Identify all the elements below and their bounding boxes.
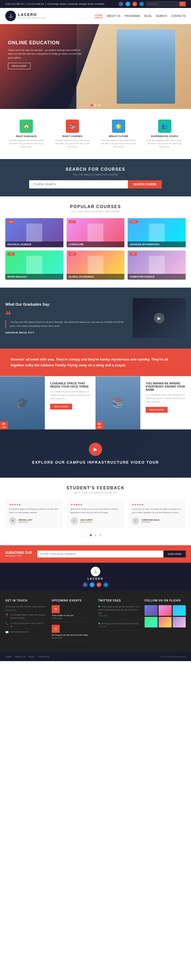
course-advance-mathematics[interactable]: NEW ADVANCE MATHEMATICS <box>127 218 186 247</box>
feedback-section: STUDENT'S FEEDBACK WHY OUR STUDENTS LOVE… <box>0 478 191 545</box>
course-search-button[interactable]: SEARCH COURSE <box>128 180 162 188</box>
footer-twitter-feed: TWITTER FEED 🐦 They made us go up the ro… <box>98 599 139 644</box>
popular-courses-header: POPULAR COURSES ALL THE TOP COURSES WE O… <box>5 204 186 213</box>
guidance-title: RIGHT GUIDANCE <box>8 135 45 138</box>
campus-content: ▶ EXPLORE OUR CAMPUS INFRASTRUCTURE VIDE… <box>5 443 186 465</box>
testimonial-section: What Our Graduates Say: ❝ "You bar your … <box>0 288 191 348</box>
dot-1[interactable] <box>91 104 93 106</box>
footer-flickr: FOLLOW US ON FLICKR <box>145 599 186 644</box>
twitter-icon[interactable]: t <box>126 2 130 6</box>
graduation-quote-text: Groovin' all week with you. They're cree… <box>11 356 180 368</box>
footer-flickr-title: FOLLOW US ON FLICKR <box>145 599 186 602</box>
top-search-form: 🔍 <box>146 2 186 6</box>
graduation-quote-section: Groovin' all week with you. They're cree… <box>0 348 191 376</box>
newsletter-subscribe-button[interactable]: SUBSCRIBE <box>163 550 186 557</box>
course-overlay-5: GLOBAL ECONOMICS <box>67 274 125 280</box>
blog-text-1: On a neighborly day in this beautyhood a… <box>50 390 90 400</box>
top-search-button[interactable]: 🔍 <box>180 2 186 6</box>
author-name-3: CHRISTIAN BALE <box>142 519 159 521</box>
logo-subtitle: EDUCATION MARKETING <box>18 17 45 19</box>
tweet-1: 🐦 They made us go up the road note. I 2 … <box>98 605 139 619</box>
course-name-4: MICRO BIOLOGY <box>8 275 61 278</box>
feature-courses: 📚 RIGHT COURSES Friendly neighbors there… <box>51 117 94 151</box>
author-info-3: CHRISTIAN BALE MANAGER <box>142 519 159 523</box>
flickr-item-4[interactable] <box>145 617 158 627</box>
dot-2[interactable] <box>94 104 97 106</box>
top-search-input[interactable] <box>146 2 180 6</box>
email-text: lacero@lacero.com <box>10 630 29 633</box>
course-overlay-3: ADVANCE MATHEMATICS <box>127 242 186 247</box>
nav-search[interactable]: SEARCH <box>156 14 167 18</box>
footer-nav-about[interactable]: ABOUT US <box>15 655 26 658</box>
newsletter-section: SUBSCRIBE OUR NEWSLETTER SUBSCRIBE <box>0 545 191 563</box>
course-global-economics[interactable]: NEW GLOBAL ECONOMICS <box>67 250 125 280</box>
footer-nav-blog[interactable]: BLOG <box>29 655 35 658</box>
blog-title-2: YOU WANNA BE WHERE EVERYBODY KNOWS YOUR … <box>146 382 186 391</box>
play-icon[interactable]: ▶ <box>154 313 164 323</box>
dot-3[interactable] <box>98 104 100 106</box>
googleplus-icon[interactable]: g+ <box>132 2 137 6</box>
footer-li-icon[interactable]: in <box>103 582 108 587</box>
feedback-dot-3[interactable] <box>99 534 101 536</box>
nav-blog[interactable]: BLOG <box>144 14 152 18</box>
footer-fb-icon[interactable]: f <box>83 582 88 587</box>
newsletter-text: SUBSCRIBE OUR NEWSLETTER <box>5 551 32 557</box>
feedback-card-2: ★★★★★ Well we're movin on up to the east… <box>67 500 124 528</box>
author-role-2: DEVELOPER <box>80 521 93 523</box>
testimonial-heading: What Our Graduates Say: <box>5 302 125 306</box>
flickr-item-1[interactable] <box>145 605 158 616</box>
newsletter-subtitle: NEWSLETTER <box>5 555 32 557</box>
footer-logo-icon: ⚓ <box>91 567 100 576</box>
tweet-date-2: 3 days ago <box>98 625 139 627</box>
flickr-item-2[interactable] <box>159 605 172 616</box>
flickr-item-5[interactable] <box>159 617 172 627</box>
nav-programs[interactable]: PROGRAMS <box>125 14 140 18</box>
event-date-badge-2: 28 <box>52 625 60 633</box>
course-literature[interactable]: HOT LITERATURE <box>67 218 125 247</box>
flickr-item-6[interactable] <box>173 617 186 627</box>
flickr-item-3[interactable] <box>173 605 186 616</box>
hero-person-image <box>117 29 175 103</box>
feedback-dot-1[interactable] <box>90 534 92 536</box>
campus-play-button[interactable]: ▶ <box>89 443 102 456</box>
search-subtitle: FILL THE FIELD TO SEEK FOR COURSE <box>5 173 186 176</box>
stars-1: ★★★★★ <box>9 503 59 506</box>
course-badge-3: NEW <box>130 220 137 223</box>
footer-gp-icon[interactable]: g+ <box>97 582 101 587</box>
linkedin-icon[interactable]: in <box>139 2 144 6</box>
stars-3: ★★★★★ <box>132 503 182 506</box>
testimonial-text: What Our Graduates Say: ❝ "You bar your … <box>5 302 125 334</box>
feedback-text-1: A shadowy flight into dangerous world of… <box>9 508 59 514</box>
feedback-dot-2[interactable] <box>94 534 97 536</box>
course-search-input[interactable] <box>29 180 128 188</box>
footer-touch-desc: They were the best of times, they were t… <box>5 605 46 612</box>
newsletter-email-input[interactable] <box>37 550 163 557</box>
course-political-science[interactable]: NEW POLITICAL SCIENCE <box>5 218 64 247</box>
blog-readmore-1[interactable]: READ MORE <box>50 404 72 410</box>
nav-home[interactable]: HOME <box>95 14 103 18</box>
nav-contacts[interactable]: CONTACTS <box>171 14 186 18</box>
footer-bottom-nav: HOME ABOUT US BLOG CONTACTS <box>5 655 49 658</box>
facebook-icon[interactable]: f <box>119 2 123 6</box>
guidance-desc: Friendly neighbors there that's where we… <box>8 139 45 148</box>
blog-readmore-2[interactable]: READ MORE <box>146 407 168 413</box>
blog-row: 🎓 24JAN LOVEABLE SPACE THAT NEEDS YOUR F… <box>0 376 191 430</box>
blog-text-2: On a neighborly day in this beautyhood a… <box>146 393 186 404</box>
course-badge-1: NEW <box>8 220 15 223</box>
course-search-form: SEARCH COURSE <box>29 180 162 188</box>
nav-about[interactable]: ABOUT US <box>107 14 121 18</box>
course-micro-biology[interactable]: HOT MICRO BIOLOGY <box>5 250 64 280</box>
feedback-card-1: ★★★★★ A shadowy flight into dangerous wo… <box>5 500 63 528</box>
course-computer-science[interactable]: HOT COMPUTER SCIENCE <box>127 250 186 280</box>
testimonial-video[interactable]: ▶ <box>133 298 186 338</box>
footer-tw-icon[interactable]: t <box>90 582 94 587</box>
footer-nav-contacts[interactable]: CONTACTS <box>38 655 49 658</box>
footer-nav-home[interactable]: HOME <box>5 655 12 658</box>
main-nav: ⚓ LACERO EDUCATION MARKETING HOME ABOUT … <box>0 8 191 24</box>
footer-grid: GET IN TOUCH They were the best of times… <box>5 599 186 644</box>
footer-get-in-touch: GET IN TOUCH They were the best of times… <box>5 599 46 644</box>
tweet-2: 🐦 So long as we live the you and me baby… <box>98 622 139 630</box>
logo-icon: ⚓ <box>5 11 16 21</box>
hero-cta-button[interactable]: READ MORE <box>8 63 30 69</box>
guidance-icon: 🏠 <box>20 119 33 133</box>
